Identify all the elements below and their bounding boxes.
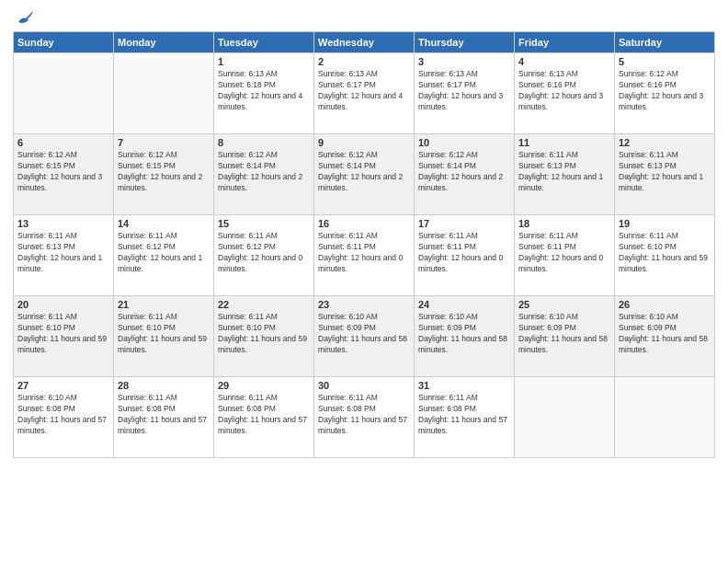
day-number: 18 xyxy=(518,218,610,229)
day-number: 28 xyxy=(118,380,210,391)
day-number: 7 xyxy=(118,137,210,148)
calendar-header-monday: Monday xyxy=(114,32,214,53)
calendar-header-tuesday: Tuesday xyxy=(214,32,314,53)
day-number: 8 xyxy=(218,137,310,148)
day-info: Sunrise: 6:12 AM Sunset: 6:15 PM Dayligh… xyxy=(17,150,109,194)
calendar-header-friday: Friday xyxy=(515,32,615,53)
calendar-day-cell: 12Sunrise: 6:11 AM Sunset: 6:13 PM Dayli… xyxy=(615,134,715,215)
day-info: Sunrise: 6:10 AM Sunset: 6:09 PM Dayligh… xyxy=(318,312,410,356)
calendar-day-cell: 20Sunrise: 6:11 AM Sunset: 6:10 PM Dayli… xyxy=(14,296,114,377)
day-info: Sunrise: 6:11 AM Sunset: 6:08 PM Dayligh… xyxy=(118,393,210,437)
day-info: Sunrise: 6:11 AM Sunset: 6:11 PM Dayligh… xyxy=(518,231,610,275)
day-info: Sunrise: 6:11 AM Sunset: 6:11 PM Dayligh… xyxy=(418,231,510,275)
day-info: Sunrise: 6:11 AM Sunset: 6:13 PM Dayligh… xyxy=(518,150,610,194)
day-info: Sunrise: 6:13 AM Sunset: 6:16 PM Dayligh… xyxy=(518,69,610,113)
day-info: Sunrise: 6:10 AM Sunset: 6:08 PM Dayligh… xyxy=(17,393,109,437)
day-number: 25 xyxy=(518,299,610,310)
day-info: Sunrise: 6:11 AM Sunset: 6:10 PM Dayligh… xyxy=(218,312,310,356)
calendar-day-cell: 28Sunrise: 6:11 AM Sunset: 6:08 PM Dayli… xyxy=(114,377,214,458)
day-number: 26 xyxy=(619,299,711,310)
day-info: Sunrise: 6:11 AM Sunset: 6:13 PM Dayligh… xyxy=(17,231,109,275)
day-number: 21 xyxy=(118,299,210,310)
day-number: 22 xyxy=(218,299,310,310)
day-number: 5 xyxy=(619,56,711,67)
calendar-week-row: 13Sunrise: 6:11 AM Sunset: 6:13 PM Dayli… xyxy=(14,215,715,296)
calendar-day-cell xyxy=(114,53,214,134)
day-info: Sunrise: 6:12 AM Sunset: 6:14 PM Dayligh… xyxy=(418,150,510,194)
calendar-day-cell: 30Sunrise: 6:11 AM Sunset: 6:08 PM Dayli… xyxy=(314,377,415,458)
calendar-day-cell: 18Sunrise: 6:11 AM Sunset: 6:11 PM Dayli… xyxy=(515,215,615,296)
calendar-week-row: 1Sunrise: 6:13 AM Sunset: 6:18 PM Daylig… xyxy=(14,53,715,134)
calendar-day-cell: 23Sunrise: 6:10 AM Sunset: 6:09 PM Dayli… xyxy=(314,296,415,377)
calendar-week-row: 20Sunrise: 6:11 AM Sunset: 6:10 PM Dayli… xyxy=(14,296,715,377)
calendar-week-row: 27Sunrise: 6:10 AM Sunset: 6:08 PM Dayli… xyxy=(14,377,715,458)
calendar-day-cell: 6Sunrise: 6:12 AM Sunset: 6:15 PM Daylig… xyxy=(14,134,114,215)
day-number: 19 xyxy=(619,218,711,229)
day-number: 10 xyxy=(418,137,510,148)
day-number: 15 xyxy=(218,218,310,229)
day-info: Sunrise: 6:13 AM Sunset: 6:17 PM Dayligh… xyxy=(418,69,510,113)
day-number: 6 xyxy=(17,137,109,148)
calendar-header-thursday: Thursday xyxy=(415,32,515,53)
day-info: Sunrise: 6:10 AM Sunset: 6:09 PM Dayligh… xyxy=(619,312,711,356)
day-number: 20 xyxy=(17,299,109,310)
day-info: Sunrise: 6:11 AM Sunset: 6:11 PM Dayligh… xyxy=(318,231,410,275)
day-number: 2 xyxy=(318,56,410,67)
day-number: 30 xyxy=(318,380,410,391)
day-number: 31 xyxy=(418,380,510,391)
day-number: 4 xyxy=(518,56,610,67)
day-number: 27 xyxy=(17,380,109,391)
calendar-header-sunday: Sunday xyxy=(14,32,114,53)
calendar-day-cell: 27Sunrise: 6:10 AM Sunset: 6:08 PM Dayli… xyxy=(14,377,114,458)
calendar-header-wednesday: Wednesday xyxy=(314,32,415,53)
calendar-day-cell: 24Sunrise: 6:10 AM Sunset: 6:09 PM Dayli… xyxy=(415,296,515,377)
calendar-day-cell: 14Sunrise: 6:11 AM Sunset: 6:12 PM Dayli… xyxy=(114,215,214,296)
calendar-day-cell: 21Sunrise: 6:11 AM Sunset: 6:10 PM Dayli… xyxy=(114,296,214,377)
day-info: Sunrise: 6:11 AM Sunset: 6:08 PM Dayligh… xyxy=(218,393,310,437)
day-number: 11 xyxy=(518,137,610,148)
day-number: 3 xyxy=(418,56,510,67)
day-info: Sunrise: 6:11 AM Sunset: 6:10 PM Dayligh… xyxy=(17,312,109,356)
calendar-day-cell: 8Sunrise: 6:12 AM Sunset: 6:14 PM Daylig… xyxy=(214,134,314,215)
calendar-day-cell: 16Sunrise: 6:11 AM Sunset: 6:11 PM Dayli… xyxy=(314,215,415,296)
day-number: 14 xyxy=(118,218,210,229)
calendar-day-cell: 11Sunrise: 6:11 AM Sunset: 6:13 PM Dayli… xyxy=(515,134,615,215)
day-number: 17 xyxy=(418,218,510,229)
calendar-day-cell: 17Sunrise: 6:11 AM Sunset: 6:11 PM Dayli… xyxy=(415,215,515,296)
calendar-day-cell: 3Sunrise: 6:13 AM Sunset: 6:17 PM Daylig… xyxy=(415,53,515,134)
calendar-day-cell xyxy=(615,377,715,458)
day-number: 13 xyxy=(17,218,109,229)
day-number: 12 xyxy=(619,137,711,148)
day-info: Sunrise: 6:10 AM Sunset: 6:09 PM Dayligh… xyxy=(518,312,610,356)
day-info: Sunrise: 6:11 AM Sunset: 6:08 PM Dayligh… xyxy=(418,393,510,437)
calendar-header-saturday: Saturday xyxy=(615,32,715,53)
calendar-day-cell: 19Sunrise: 6:11 AM Sunset: 6:10 PM Dayli… xyxy=(615,215,715,296)
day-number: 23 xyxy=(318,299,410,310)
day-info: Sunrise: 6:12 AM Sunset: 6:14 PM Dayligh… xyxy=(318,150,410,194)
day-number: 24 xyxy=(418,299,510,310)
day-info: Sunrise: 6:11 AM Sunset: 6:08 PM Dayligh… xyxy=(318,393,410,437)
day-number: 29 xyxy=(218,380,310,391)
calendar-day-cell xyxy=(14,53,114,134)
day-info: Sunrise: 6:12 AM Sunset: 6:15 PM Dayligh… xyxy=(118,150,210,194)
day-number: 9 xyxy=(318,137,410,148)
calendar-day-cell: 7Sunrise: 6:12 AM Sunset: 6:15 PM Daylig… xyxy=(114,134,214,215)
calendar-table: SundayMondayTuesdayWednesdayThursdayFrid… xyxy=(13,31,715,458)
day-info: Sunrise: 6:11 AM Sunset: 6:10 PM Dayligh… xyxy=(118,312,210,356)
calendar-day-cell: 9Sunrise: 6:12 AM Sunset: 6:14 PM Daylig… xyxy=(314,134,415,215)
day-info: Sunrise: 6:11 AM Sunset: 6:12 PM Dayligh… xyxy=(118,231,210,275)
calendar-day-cell: 10Sunrise: 6:12 AM Sunset: 6:14 PM Dayli… xyxy=(415,134,515,215)
day-info: Sunrise: 6:11 AM Sunset: 6:12 PM Dayligh… xyxy=(218,231,310,275)
calendar-day-cell: 26Sunrise: 6:10 AM Sunset: 6:09 PM Dayli… xyxy=(615,296,715,377)
day-info: Sunrise: 6:10 AM Sunset: 6:09 PM Dayligh… xyxy=(418,312,510,356)
calendar-day-cell: 1Sunrise: 6:13 AM Sunset: 6:18 PM Daylig… xyxy=(214,53,314,134)
calendar-day-cell: 29Sunrise: 6:11 AM Sunset: 6:08 PM Dayli… xyxy=(214,377,314,458)
calendar-day-cell: 13Sunrise: 6:11 AM Sunset: 6:13 PM Dayli… xyxy=(14,215,114,296)
calendar-day-cell xyxy=(515,377,615,458)
logo-area xyxy=(13,9,37,26)
day-info: Sunrise: 6:13 AM Sunset: 6:18 PM Dayligh… xyxy=(218,69,310,113)
day-info: Sunrise: 6:13 AM Sunset: 6:17 PM Dayligh… xyxy=(318,69,410,113)
day-number: 1 xyxy=(218,56,310,67)
day-info: Sunrise: 6:12 AM Sunset: 6:14 PM Dayligh… xyxy=(218,150,310,194)
day-info: Sunrise: 6:11 AM Sunset: 6:10 PM Dayligh… xyxy=(619,231,711,275)
